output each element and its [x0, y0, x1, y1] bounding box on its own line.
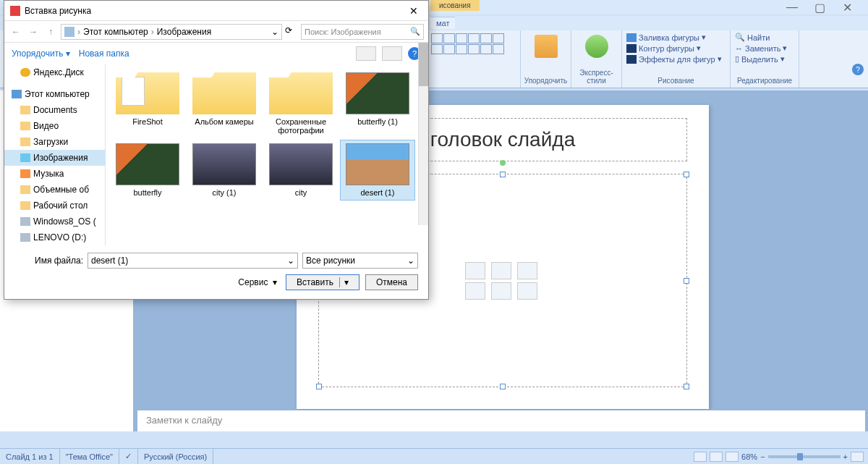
tree-downloads[interactable]: Загрузки [4, 134, 105, 150]
shape-curve-icon[interactable] [456, 44, 467, 54]
file-item[interactable]: desert (1) [340, 140, 415, 201]
shape-more-icon[interactable] [493, 44, 504, 54]
file-name-label: city [265, 188, 336, 197]
tree-desktop[interactable]: Рабочий стол [4, 198, 105, 214]
shape-outline-button[interactable]: Контур фигуры ▾ [625, 43, 727, 54]
rotation-handle[interactable] [500, 160, 506, 166]
file-item[interactable]: FireShot [110, 69, 185, 138]
breadcrumb-dropdown[interactable]: ⌄ [271, 27, 278, 37]
tree-lenovo[interactable]: LENOVO (D:) [4, 229, 105, 245]
insert-clipart-icon[interactable] [491, 282, 511, 300]
resize-handle-bl[interactable] [316, 384, 322, 389]
shapes-gallery[interactable] [427, 30, 521, 88]
shape-line-icon[interactable] [431, 33, 443, 43]
slideshow-view-button[interactable] [726, 452, 739, 462]
file-list[interactable]: FireShotАльбом камерыСохраненные фотогра… [106, 64, 428, 245]
tools-button[interactable]: Сервис ▾ [238, 277, 277, 287]
ribbon-tab-format[interactable]: мат [430, 17, 455, 29]
zoom-in-button[interactable]: + [843, 452, 848, 461]
nav-forward-button[interactable]: → [26, 25, 41, 39]
dialog-close-button[interactable]: ✕ [405, 4, 422, 18]
breadcrumb-root[interactable]: Этот компьютер [83, 27, 148, 37]
file-name-label: butterfly (1) [342, 117, 413, 126]
new-folder-button[interactable]: Новая папка [79, 48, 129, 59]
resize-handle-tr[interactable] [684, 172, 689, 177]
file-item[interactable]: butterfly (1) [340, 69, 415, 138]
select-button[interactable]: ▯ Выделить ▾ [733, 54, 796, 64]
shape-brace-icon[interactable] [443, 44, 455, 54]
insert-button[interactable]: Вставить▾ [286, 274, 359, 290]
maximize-button[interactable]: ▢ [813, 2, 826, 12]
breadcrumb[interactable]: › Этот компьютер › Изображения ⌄ [61, 24, 282, 40]
shape-triangle-icon[interactable] [493, 33, 504, 43]
help-button[interactable]: ? [852, 64, 864, 75]
insert-chart-icon[interactable] [491, 262, 511, 279]
resize-handle-b[interactable] [500, 384, 506, 389]
file-item[interactable]: butterfly [110, 140, 185, 201]
resize-handle-br[interactable] [684, 384, 689, 389]
notes-pane[interactable]: Заметки к слайду [137, 410, 865, 431]
normal-view-button[interactable] [694, 452, 707, 462]
shape-arrow2-icon[interactable] [480, 33, 492, 43]
search-icon: 🔍 [410, 27, 420, 36]
tree-music[interactable]: Музыка [4, 166, 105, 182]
shape-star-icon[interactable] [468, 44, 480, 54]
shape-connector-icon[interactable] [431, 44, 443, 54]
insert-picture-icon[interactable] [465, 282, 485, 300]
filename-input[interactable]: desert (1)⌄ [88, 253, 298, 269]
arrange-label: Упорядочить [524, 75, 568, 86]
shape-fill-button[interactable]: Заливка фигуры ▾ [625, 32, 727, 43]
tree-video[interactable]: Видео [4, 118, 105, 134]
insert-media-icon[interactable] [517, 282, 537, 300]
slide-count-status: Слайд 1 из 1 [0, 449, 60, 464]
tree-yandex[interactable]: Яндекс.Диск [4, 64, 105, 80]
view-mode-button[interactable] [356, 46, 376, 61]
organize-button[interactable]: Упорядочить ▾ [12, 48, 70, 59]
drawing-group-label: Рисование [625, 75, 727, 86]
dialog-toolbar: Упорядочить ▾ Новая папка ? [4, 43, 428, 64]
language-status[interactable]: Русский (Россия) [138, 449, 213, 464]
editing-group-label: Редактирование [733, 75, 796, 86]
file-filter-dropdown[interactable]: Все рисунки⌄ [302, 253, 418, 269]
breadcrumb-current[interactable]: Изображения [157, 27, 211, 37]
fit-button[interactable] [851, 452, 864, 462]
search-input[interactable]: Поиск: Изображения 🔍 [301, 24, 424, 40]
sorter-view-button[interactable] [710, 452, 723, 462]
zoom-slider[interactable] [768, 455, 841, 458]
resize-handle-r[interactable] [684, 278, 689, 284]
dialog-scrollbar[interactable] [418, 43, 428, 225]
minimize-button[interactable]: — [786, 2, 799, 12]
tree-pictures[interactable]: Изображения [4, 150, 105, 166]
file-item[interactable]: Альбом камеры [187, 69, 262, 138]
notes-placeholder: Заметки к слайду [146, 415, 222, 426]
shape-effects-button[interactable]: Эффекты для фигур ▾ [625, 54, 727, 64]
shape-oval-icon[interactable] [468, 33, 480, 43]
spellcheck-icon[interactable]: ✓ [119, 449, 138, 464]
title-text: головок слайда [430, 128, 575, 151]
shape-callout-icon[interactable] [480, 44, 492, 54]
express-styles-icon[interactable] [585, 35, 608, 58]
resize-handle-t[interactable] [500, 172, 506, 177]
tree-windows8[interactable]: Windows8_OS ( [4, 214, 105, 229]
folder-tree[interactable]: Яндекс.Диск Этот компьютер Documents Вид… [4, 64, 106, 245]
find-button[interactable]: 🔍 Найти [733, 32, 796, 43]
nav-back-button[interactable]: ← [9, 25, 23, 39]
zoom-out-button[interactable]: − [760, 452, 765, 461]
tree-volumes[interactable]: Объемные об [4, 182, 105, 198]
shape-rect-icon[interactable] [456, 33, 467, 43]
file-item[interactable]: city (1) [187, 140, 262, 201]
arrange-icon[interactable] [535, 35, 558, 58]
insert-smartart-icon[interactable] [517, 262, 537, 279]
insert-table-icon[interactable] [465, 262, 485, 279]
refresh-button[interactable]: ⟳ [285, 25, 298, 38]
tree-pc[interactable]: Этот компьютер [4, 86, 105, 102]
shape-arrow-icon[interactable] [443, 33, 455, 43]
file-item[interactable]: Сохраненные фотографии [263, 69, 339, 138]
tree-documents[interactable]: Documents [4, 102, 105, 118]
cancel-button[interactable]: Отмена [365, 274, 418, 290]
close-button[interactable]: ✕ [841, 2, 854, 12]
preview-button[interactable] [382, 46, 402, 61]
file-item[interactable]: city [263, 140, 339, 201]
nav-up-button[interactable]: ↑ [43, 25, 58, 39]
replace-button[interactable]: ↔ Заменить ▾ [733, 43, 796, 54]
